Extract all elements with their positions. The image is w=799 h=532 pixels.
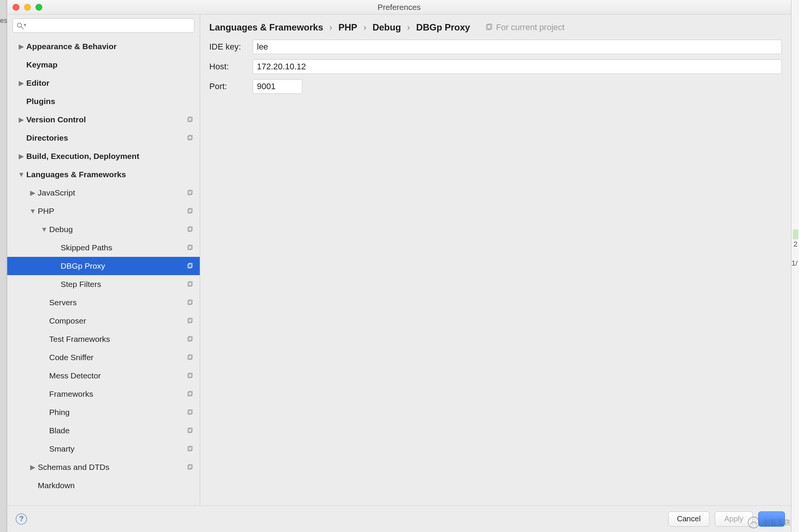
host-input[interactable]: [253, 59, 782, 74]
project-scope-icon: [186, 262, 194, 270]
sidebar-item[interactable]: ▶JavaScript: [7, 184, 200, 202]
project-scope-icon: [186, 134, 194, 142]
sidebar-item-label: Servers: [49, 298, 186, 307]
sidebar-item[interactable]: ▶Phing: [7, 403, 200, 421]
project-scope-icon: [186, 280, 194, 288]
sidebar-item[interactable]: ▶Directories: [7, 129, 200, 147]
sidebar-item[interactable]: ▶Schemas and DTDs: [7, 458, 200, 476]
sidebar-item[interactable]: ▼Languages & Frameworks: [7, 165, 200, 184]
sidebar-item[interactable]: ▼PHP: [7, 202, 200, 220]
sidebar-item-label: Skipped Paths: [61, 243, 186, 252]
scope-indicator: For current project: [485, 22, 565, 32]
project-scope-icon: [186, 408, 194, 417]
project-scope-icon: [186, 353, 194, 362]
breadcrumb-item[interactable]: PHP: [339, 22, 357, 33]
chevron-down-icon[interactable]: ▼: [28, 207, 38, 215]
sidebar-item-label: Step Filters: [61, 280, 186, 289]
sidebar-item[interactable]: ▶Step Filters: [7, 275, 200, 293]
sidebar-item[interactable]: ▼Debug: [7, 220, 200, 239]
help-button[interactable]: ?: [16, 513, 27, 525]
project-scope-icon: [186, 42, 194, 51]
sidebar-item-label: Blade: [49, 426, 186, 435]
form-row-host: Host:: [209, 59, 782, 74]
sidebar-item[interactable]: ▶Skipped Paths: [7, 239, 200, 257]
breadcrumb: Languages & Frameworks › PHP › Debug › D…: [200, 14, 791, 38]
chevron-down-icon[interactable]: ▼: [16, 171, 26, 179]
sidebar-tree[interactable]: ▶Appearance & Behavior▶Keymap▶Editor▶Plu…: [7, 36, 200, 505]
sidebar-item-label: Keymap: [26, 60, 186, 69]
sidebar-item[interactable]: ▶Version Control: [7, 111, 200, 129]
port-input[interactable]: [253, 79, 302, 94]
sidebar-item-label: DBGp Proxy: [61, 261, 186, 271]
sidebar-item[interactable]: ▶Plugins: [7, 92, 200, 111]
chevron-right-icon[interactable]: ▶: [16, 42, 26, 51]
chevron-right-icon[interactable]: ▶: [16, 152, 26, 160]
project-scope-icon: [186, 170, 194, 179]
watermark-icon: [747, 516, 760, 529]
sidebar-item[interactable]: ▶Test Frameworks: [7, 330, 200, 348]
scope-label: For current project: [496, 22, 565, 32]
svg-line-1: [21, 27, 24, 29]
chevron-right-icon[interactable]: ▶: [16, 115, 26, 124]
project-scope-icon: [186, 372, 194, 380]
sidebar-item[interactable]: ▶Code Sniffer: [7, 348, 200, 367]
bg-right-mark: 2: [793, 240, 797, 248]
sidebar-item[interactable]: ▶Frameworks: [7, 385, 200, 403]
sidebar-item-label: Composer: [49, 316, 186, 325]
sidebar-item-label: Schemas and DTDs: [38, 463, 186, 472]
sidebar-item-label: Frameworks: [49, 389, 186, 399]
window-titlebar: Preferences: [7, 0, 791, 14]
project-scope-icon: [186, 445, 194, 453]
sidebar-item[interactable]: ▶Markdown: [7, 476, 200, 495]
form-row-ide-key: IDE key:: [209, 40, 782, 54]
project-scope-icon: [186, 390, 194, 398]
cancel-button-label: Cancel: [677, 514, 701, 523]
project-scope-icon: [186, 463, 194, 471]
sidebar-item[interactable]: ▶Blade: [7, 421, 200, 440]
background-right-strip: 2 1/: [791, 0, 799, 532]
cancel-button[interactable]: Cancel: [668, 511, 709, 527]
minimize-button[interactable]: [24, 4, 31, 11]
chevron-right-icon[interactable]: ▶: [28, 189, 38, 197]
breadcrumb-item[interactable]: Languages & Frameworks: [209, 22, 323, 33]
chevron-right-icon: ›: [329, 22, 332, 33]
chevron-right-icon[interactable]: ▶: [16, 79, 26, 87]
sidebar-item[interactable]: ▶Appearance & Behavior: [7, 37, 200, 56]
project-scope-icon: [186, 298, 194, 307]
close-button[interactable]: [13, 4, 19, 11]
sidebar-item-label: Version Control: [26, 115, 186, 124]
sidebar-item[interactable]: ▶Servers: [7, 293, 200, 312]
search-input-wrapper[interactable]: ▾: [13, 18, 194, 33]
port-label: Port:: [209, 82, 246, 91]
window-title: Preferences: [7, 3, 791, 12]
project-scope-icon: [186, 317, 194, 325]
window-controls: [13, 4, 42, 11]
apply-button-label: Apply: [724, 514, 743, 523]
search-input[interactable]: [27, 21, 190, 30]
zoom-button[interactable]: [35, 4, 42, 11]
breadcrumb-item: DBGp Proxy: [416, 22, 470, 33]
sidebar-item[interactable]: ▶Build, Execution, Deployment: [7, 147, 200, 165]
sidebar-item[interactable]: ▶DBGp Proxy: [7, 257, 200, 275]
chevron-down-icon[interactable]: ▼: [39, 226, 49, 234]
sidebar-item-label: Debug: [49, 225, 186, 234]
chevron-right-icon[interactable]: ▶: [28, 463, 38, 471]
sidebar: ▾ ▶Appearance & Behavior▶Keymap▶Editor▶P…: [7, 14, 200, 505]
sidebar-item-label: Phing: [49, 408, 186, 417]
sidebar-item[interactable]: ▶Smarty: [7, 440, 200, 458]
sidebar-item-label: JavaScript: [38, 188, 186, 197]
sidebar-item[interactable]: ▶Mess Detector: [7, 367, 200, 385]
bg-right-mark: 1/: [791, 259, 797, 268]
sidebar-item-label: Plugins: [26, 97, 186, 106]
sidebar-item[interactable]: ▶Keymap: [7, 56, 200, 74]
breadcrumb-item[interactable]: Debug: [372, 22, 401, 33]
project-scope-icon: [186, 152, 194, 160]
ide-key-label: IDE key:: [209, 42, 246, 52]
background-left-strip: es: [0, 0, 7, 532]
footer: ? Cancel Apply: [7, 505, 791, 532]
svg-point-0: [18, 23, 22, 27]
ide-key-input[interactable]: [253, 40, 782, 54]
sidebar-item[interactable]: ▶Composer: [7, 312, 200, 330]
project-scope-icon: [186, 481, 194, 490]
sidebar-item[interactable]: ▶Editor: [7, 74, 200, 92]
